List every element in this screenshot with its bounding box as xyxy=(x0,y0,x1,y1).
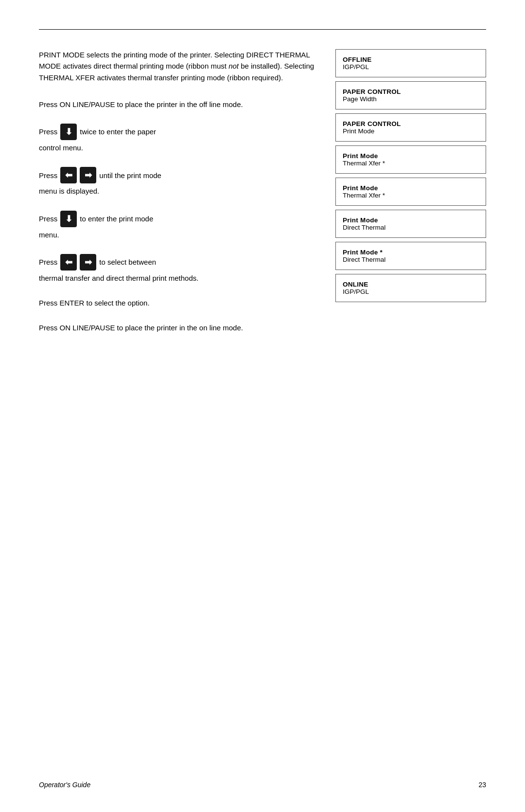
step-5: Press ⬅ ➡ to select between thermal tran… xyxy=(39,254,316,284)
step-7: Press ON LINE/PAUSE to place the printer… xyxy=(39,322,316,333)
display-box-4-line1: Print Mode xyxy=(343,184,479,192)
down-arrow-icon-1: ⬇ xyxy=(60,124,77,140)
display-box-7: ONLINE IGP/PGL xyxy=(335,274,486,302)
step-3: Press ⬅ ➡ until the print mode menu is d… xyxy=(39,167,316,197)
step-3-prefix: Press xyxy=(39,170,57,181)
step-6-text: Press ENTER to select the option. xyxy=(39,297,316,308)
footer: Operator's Guide 23 xyxy=(39,781,486,789)
display-box-3-line1: Print Mode xyxy=(343,152,479,160)
step-4-suffix: to enter the print mode xyxy=(80,213,153,224)
step-4: Press ⬇ to enter the print mode menu. xyxy=(39,211,316,240)
step-2-suffix: twice to enter the paper xyxy=(80,126,156,137)
display-box-6: Print Mode * Direct Thermal xyxy=(335,242,486,270)
display-box-0-line2: IGP/PGL xyxy=(343,63,479,71)
display-box-1-line2: Page Width xyxy=(343,95,479,103)
display-box-3: Print Mode Thermal Xfer * xyxy=(335,145,486,174)
step-5-prefix: Press xyxy=(39,256,57,268)
left-arrow-icon-2: ⬅ xyxy=(60,254,77,271)
display-box-0-line1: OFFLINE xyxy=(343,56,479,63)
display-box-5: Print Mode Direct Thermal xyxy=(335,210,486,238)
step-1: Press ON LINE/PAUSE to place the printer… xyxy=(39,99,316,110)
right-arrow-icon-2: ➡ xyxy=(80,254,96,271)
step-6: Press ENTER to select the option. xyxy=(39,297,316,308)
display-box-4-line2: Thermal Xfer * xyxy=(343,192,479,199)
display-box-5-line2: Direct Thermal xyxy=(343,224,479,231)
step-4-prefix: Press xyxy=(39,213,57,224)
footer-left-text: Operator's Guide xyxy=(39,781,90,789)
step-2-row: Press ⬇ twice to enter the paper xyxy=(39,124,316,140)
step-4-row: Press ⬇ to enter the print mode xyxy=(39,211,316,227)
display-box-2: PAPER CONTROL Print Mode xyxy=(335,113,486,142)
left-arrow-icon-1: ⬅ xyxy=(60,167,77,183)
step-3-continuation: menu is displayed. xyxy=(39,185,316,197)
display-box-7-line1: ONLINE xyxy=(343,281,479,288)
display-box-2-line2: Print Mode xyxy=(343,127,479,135)
step-1-text: Press ON LINE/PAUSE to place the printer… xyxy=(39,99,316,110)
step-5-row: Press ⬅ ➡ to select between xyxy=(39,254,316,271)
step-2: Press ⬇ twice to enter the paper control… xyxy=(39,124,316,153)
right-arrow-icon-1: ➡ xyxy=(80,167,96,183)
display-box-0: OFFLINE IGP/PGL xyxy=(335,49,486,77)
display-box-2-line1: PAPER CONTROL xyxy=(343,120,479,127)
display-box-7-line2: IGP/PGL xyxy=(343,288,479,295)
step-4-continuation: menu. xyxy=(39,229,316,240)
page: PRINT MODE selects the printing mode of … xyxy=(0,0,525,812)
step-7-text: Press ON LINE/PAUSE to place the printer… xyxy=(39,322,316,333)
left-column: PRINT MODE selects the printing mode of … xyxy=(39,49,335,347)
step-3-suffix: until the print mode xyxy=(99,170,161,181)
display-box-1-line1: PAPER CONTROL xyxy=(343,88,479,95)
down-arrow-icon-2: ⬇ xyxy=(60,211,77,227)
top-rule xyxy=(39,29,486,30)
step-2-prefix: Press xyxy=(39,126,57,137)
display-box-6-line2: Direct Thermal xyxy=(343,256,479,263)
main-content: PRINT MODE selects the printing mode of … xyxy=(39,49,486,347)
step-3-row: Press ⬅ ➡ until the print mode xyxy=(39,167,316,183)
footer-page-number: 23 xyxy=(478,781,486,789)
display-box-3-line2: Thermal Xfer * xyxy=(343,160,479,167)
step-5-suffix: to select between xyxy=(99,256,156,268)
intro-paragraph: PRINT MODE selects the printing mode of … xyxy=(39,49,316,83)
display-box-4: Print Mode Thermal Xfer * xyxy=(335,178,486,206)
display-box-6-line1: Print Mode * xyxy=(343,249,479,256)
step-5-continuation: thermal transfer and direct thermal prin… xyxy=(39,272,316,284)
right-column: OFFLINE IGP/PGL PAPER CONTROL Page Width… xyxy=(335,49,486,347)
step-2-continuation: control menu. xyxy=(39,142,316,153)
display-box-5-line1: Print Mode xyxy=(343,217,479,224)
display-box-1: PAPER CONTROL Page Width xyxy=(335,81,486,109)
